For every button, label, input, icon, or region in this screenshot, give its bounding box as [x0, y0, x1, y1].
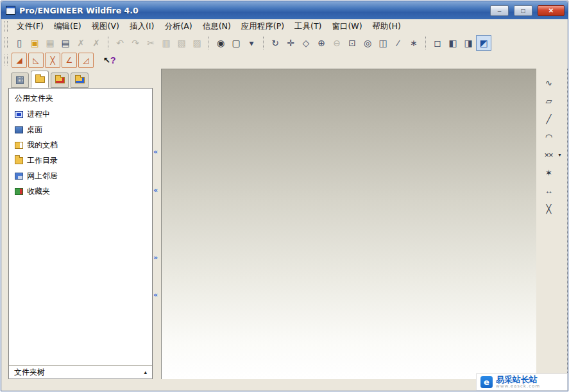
regenerate-button[interactable]: ↻ — [268, 35, 283, 51]
wireframe-display-button[interactable]: ◻ — [430, 35, 445, 51]
zoom-out-icon: ⊖ — [333, 38, 341, 48]
sash-chevron-icon[interactable]: « — [153, 187, 158, 194]
select-filter-dropdown[interactable]: ▾ — [244, 35, 259, 51]
nav-item-in-session[interactable]: 进程中 — [9, 107, 152, 122]
datum-axes-button[interactable]: ∕ — [391, 35, 406, 51]
folder-tree-footer: 文件夹树 ▴ — [9, 365, 152, 379]
desktop-icon — [15, 126, 23, 133]
redo-icon: ↷ — [132, 38, 139, 48]
line-icon: ╱ — [547, 114, 551, 124]
titlebar[interactable]: Pro/ENGINEER Wildfire 4.0 – □ ✕ — [1, 1, 568, 19]
menu-file[interactable]: 文件(F) — [12, 19, 49, 34]
redo-button[interactable]: ↷ — [128, 35, 143, 51]
maximize-button[interactable]: □ — [514, 5, 532, 16]
rectangle-tool-button[interactable]: ▱ — [541, 93, 556, 108]
menu-help[interactable]: 帮助(H) — [368, 19, 406, 34]
refit-icon: ⊡ — [348, 38, 356, 48]
diag-highlight-open-ends-button[interactable]: ◺ — [28, 53, 44, 68]
smart-select-button[interactable]: ▢ — [228, 35, 244, 51]
menu-tools[interactable]: 工具(T) — [289, 19, 327, 34]
refit-button[interactable]: ⊡ — [344, 35, 360, 51]
menu-insert[interactable]: 插入(I) — [124, 19, 159, 34]
diag-overlapping-geometry-button[interactable]: ╳ — [45, 53, 60, 68]
search-button[interactable]: ◉ — [213, 35, 228, 51]
new-file-button[interactable]: ▯ — [12, 35, 27, 51]
search-icon: ◉ — [217, 38, 225, 48]
save-file-button[interactable]: ▦ — [42, 35, 58, 51]
menu-view[interactable]: 视图(V) — [87, 19, 124, 34]
window-title: Pro/ENGINEER Wildfire 4.0 — [19, 6, 485, 15]
repaint-button[interactable]: ◎ — [360, 35, 375, 51]
copy-button[interactable]: ▥ — [158, 35, 174, 51]
main-toolbar-drag-handle[interactable] — [4, 37, 8, 48]
trim-icon: ╳ — [547, 204, 551, 214]
shaded-display-button[interactable]: ◩ — [476, 35, 491, 51]
print-button[interactable]: ▤ — [58, 35, 73, 51]
tab-connections[interactable] — [71, 72, 89, 88]
folder-list: 进程中 桌面 我的文档 工作目录 — [9, 107, 152, 365]
nav-item-label: 桌面 — [27, 124, 42, 135]
diag-feature-requirements-button[interactable]: ∠ — [62, 53, 77, 68]
datum-points-button[interactable]: ∗ — [406, 35, 421, 51]
cut-button[interactable]: ✂ — [143, 35, 158, 51]
favorites-tab-icon — [55, 77, 65, 83]
minimize-button[interactable]: – — [490, 5, 509, 16]
point-icon: ✶ — [545, 168, 552, 178]
delete-segment-tool-button[interactable]: ×× — [541, 147, 556, 162]
undo-button[interactable]: ↶ — [112, 35, 128, 51]
delete-old-versions-button[interactable]: ✗ — [89, 35, 104, 51]
paste-special-button[interactable]: ▨ — [189, 35, 205, 51]
tab-favorites[interactable] — [51, 72, 69, 88]
smart-select-icon: ▢ — [232, 38, 240, 48]
sash-chevron-icon[interactable]: « — [153, 292, 158, 298]
menu-window[interactable]: 窗口(W) — [327, 19, 367, 34]
zoom-in-button[interactable]: ⊕ — [314, 35, 329, 51]
nav-item-label: 网上邻居 — [27, 171, 58, 182]
my-documents-icon — [15, 142, 23, 149]
context-help-button[interactable]: ↖ ? — [101, 53, 117, 68]
close-button[interactable]: ✕ — [538, 5, 565, 16]
nav-item-my-documents[interactable]: 我的文档 — [9, 137, 152, 153]
arc-tool-button[interactable]: ◠ — [541, 129, 556, 144]
open-file-button[interactable]: ▣ — [27, 35, 42, 51]
menu-analysis[interactable]: 分析(A) — [159, 19, 197, 34]
trim-tool-button[interactable]: ╳ — [541, 201, 556, 216]
toolbar-separator — [208, 37, 209, 49]
diag-shade-closed-loops-button[interactable]: ◢ — [12, 53, 27, 68]
nav-item-desktop[interactable]: 桌面 — [9, 122, 152, 137]
orient-mode-button[interactable]: ◇ — [298, 35, 314, 51]
right-toolbar: ∿ ▱ ╱ ◠ ×× ▾ ✶ ↔ ╳ — [536, 69, 568, 379]
tab-folder-browser[interactable] — [31, 71, 49, 88]
dimension-tool-button[interactable]: ↔ — [541, 183, 556, 198]
line-tool-button[interactable]: ╱ — [541, 111, 556, 126]
erase-display-button[interactable]: ✗ — [73, 35, 89, 51]
sash-chevron-icon[interactable]: » — [153, 255, 158, 261]
tab-model-tree[interactable] — [11, 72, 29, 88]
delete-segment-dropdown[interactable]: ▾ — [556, 147, 563, 162]
no-hidden-display-button[interactable]: ◨ — [461, 35, 476, 51]
datum-planes-button[interactable]: ◫ — [375, 35, 391, 51]
zoom-out-button[interactable]: ⊖ — [329, 35, 344, 51]
graphics-area[interactable] — [161, 69, 536, 379]
sash-chevron-icon[interactable]: « — [153, 149, 158, 155]
open-file-icon: ▣ — [30, 38, 38, 48]
diag-toolbar-drag-handle[interactable] — [4, 55, 8, 65]
menu-edit[interactable]: 编辑(E) — [49, 19, 87, 34]
nav-item-network-neighborhood[interactable]: 网上邻居 — [9, 168, 152, 183]
diag-orientation-button[interactable]: ◿ — [78, 53, 94, 68]
point-tool-button[interactable]: ✶ — [541, 165, 556, 180]
spline-tool-button[interactable]: ∿ — [541, 75, 556, 90]
navigator-splitter[interactable]: « « » « — [153, 69, 161, 379]
collapse-arrow-icon[interactable]: ▴ — [144, 369, 147, 375]
common-folders-header: 公用文件夹 — [9, 89, 152, 107]
paste-button[interactable]: ▧ — [174, 35, 189, 51]
hidden-line-display-button[interactable]: ◧ — [445, 35, 461, 51]
menu-applications[interactable]: 应用程序(P) — [236, 19, 289, 34]
nav-item-working-directory[interactable]: 工作目录 — [9, 153, 152, 168]
spin-center-button[interactable]: ✛ — [283, 35, 298, 51]
nav-item-favorites[interactable]: 收藏夹 — [9, 183, 152, 199]
watermark-title: 易采站长站 — [496, 375, 540, 384]
toolbar-separator — [108, 37, 108, 49]
menubar-drag-handle[interactable] — [4, 21, 8, 32]
menu-info[interactable]: 信息(N) — [198, 19, 236, 34]
